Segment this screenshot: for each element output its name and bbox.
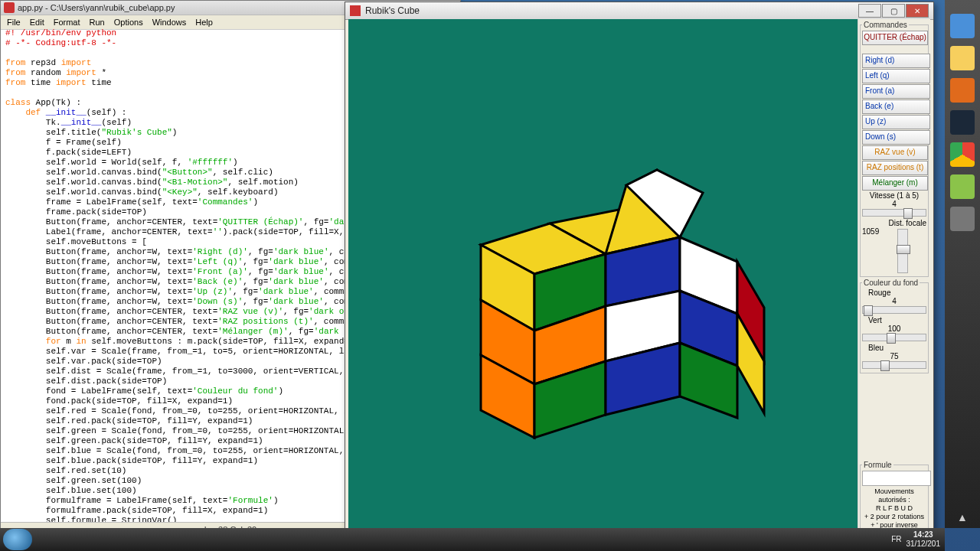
quit-button[interactable]: QUITTER (Échap) [862,31,928,45]
dock-icon-other[interactable] [950,207,975,231]
vitesse-label: Vitesse (1 à 5) [862,191,926,200]
rubiks-cube-graphic [435,109,772,445]
move-back-button[interactable]: Back (e) [862,99,930,114]
menu-run[interactable]: Run [85,16,109,28]
move-right-button[interactable]: Right (d) [862,54,930,68]
raz-vue-button[interactable]: RAZ vue (v) [862,145,928,160]
dock-icon-app[interactable] [950,174,975,199]
rouge-label: Rouge [862,289,926,297]
dock-icon-explorer[interactable] [950,46,975,70]
dock-icon-chrome[interactable] [950,142,975,167]
couleur-group: Couleur du fond Rouge 4 Vert 100 Bleu 75 [860,279,929,373]
menu-options[interactable]: Options [109,16,148,28]
clock[interactable]: 14:2331/12/201 [906,530,941,549]
dock-icon-firefox[interactable] [950,78,975,103]
bleu-label: Bleu [862,344,926,352]
editor-title-text: app.py - C:\Users\yann\rubik_cube\app.py [18,3,175,12]
vert-value: 100 [862,324,926,333]
python-icon [4,2,15,13]
formule-group: Formule Mouvements autorisés :R L F B U … [860,461,929,532]
vert-slider[interactable] [862,334,926,341]
rubiks-titlebar[interactable]: Rubik's Cube — ▢ ✕ [345,2,933,20]
dock-icon-desktop[interactable] [950,14,975,38]
vitesse-slider[interactable] [862,209,926,217]
minimize-button[interactable]: — [858,4,881,18]
language-indicator[interactable]: FR [891,535,901,544]
formule-label: Formule [862,461,893,469]
menu-windows[interactable]: Windows [148,16,191,28]
commandes-label: Commandes [862,21,909,29]
maximize-button[interactable]: ▢ [882,4,905,18]
move-up-button[interactable]: Up (z) [862,115,930,129]
dist-value: 1059 [862,227,879,236]
cube-canvas[interactable] [348,19,858,535]
rubiks-window: Rubik's Cube — ▢ ✕ [345,2,934,539]
couleur-label: Couleur du fond [862,279,920,287]
start-button[interactable] [3,529,32,550]
close-button[interactable]: ✕ [906,4,929,18]
dock-expand-icon[interactable]: ▲ [957,511,968,523]
bleu-value: 75 [862,352,926,360]
rouge-value: 4 [862,297,926,305]
dock-icon-steam[interactable] [950,110,975,135]
rubiks-title-text: Rubik's Cube [365,5,420,16]
formule-input[interactable] [862,471,931,486]
dist-label: Dist. focale [862,219,926,227]
taskbar: FR 14:2331/12/201 [0,528,945,551]
menu-edit[interactable]: Edit [25,16,49,28]
vert-label: Vert [862,316,926,324]
menu-format[interactable]: Format [49,16,85,28]
rouge-slider[interactable] [862,306,926,314]
formule-note: Mouvements autorisés :R L F B U D + 2 po… [862,487,926,530]
vitesse-value: 4 [862,200,926,208]
right-dock: ▲ [945,0,980,528]
system-tray: FR 14:2331/12/201 [891,530,945,549]
dist-slider[interactable] [897,229,908,273]
raz-pos-button[interactable]: RAZ positions (t) [862,161,928,175]
tk-icon [350,5,361,16]
menu-file[interactable]: File [2,16,25,28]
controls-panel: Commandes QUITTER (Échap) Right (d) Left… [858,19,930,535]
melanger-button[interactable]: Mélanger (m) [862,176,928,191]
move-front-button[interactable]: Front (a) [862,84,930,99]
commandes-group: Commandes QUITTER (Échap) Right (d) Left… [860,21,929,277]
menu-help[interactable]: Help [191,16,217,28]
move-down-button[interactable]: Down (s) [862,130,930,145]
bleu-slider[interactable] [862,361,926,369]
move-left-button[interactable]: Left (q) [862,69,930,83]
